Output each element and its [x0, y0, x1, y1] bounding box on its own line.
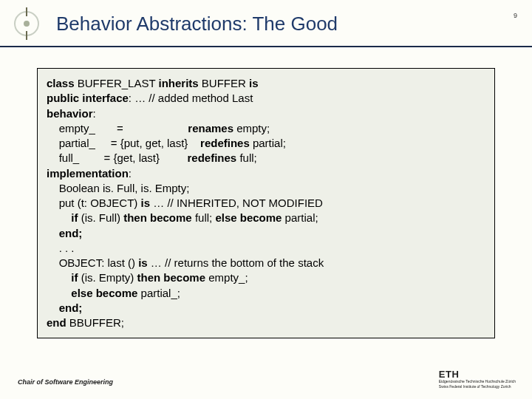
footer-eth-logo: ETH Eidgenössische Technische Hochschule…	[439, 369, 516, 389]
bullet-logo	[9, 6, 44, 41]
eth-subtitle-1: Eidgenössische Technische Hochschule Zür…	[439, 380, 516, 384]
slide-title: Behavior Abstractions: The Good	[56, 13, 338, 35]
svg-point-1	[24, 21, 30, 27]
eth-subtitle-2: Swiss Federal Institute of Technology Zu…	[439, 385, 516, 389]
code-block: class BUFFER_LAST inherits BUFFER is pub…	[37, 68, 495, 338]
slide-header: Behavior Abstractions: The Good	[0, 0, 532, 47]
page-number: 9	[514, 12, 517, 19]
footer-chair: Chair of Software Engineering	[18, 378, 113, 386]
eth-logo-text: ETH	[439, 369, 516, 379]
